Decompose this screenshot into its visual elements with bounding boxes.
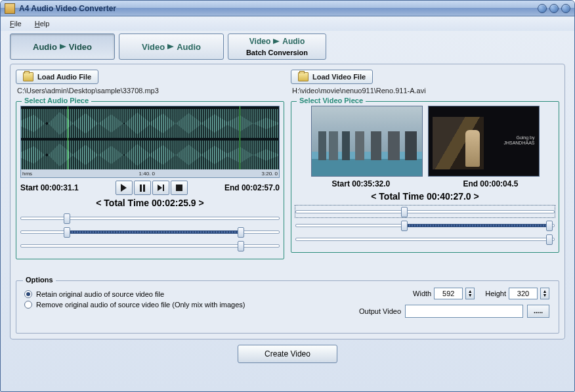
tab-video-to-audio[interactable]: Video Audio — [119, 33, 224, 60]
video-range-slider[interactable] — [295, 219, 555, 231]
audio-start-slider[interactable] — [20, 212, 280, 224]
menubar: FFileile HHelpelp — [1, 16, 574, 31]
transport-controls — [116, 181, 188, 195]
arrow-right-icon — [273, 39, 280, 44]
workarea: Load Audio File C:\Users\admin\Desktop\s… — [10, 64, 565, 339]
video-panel: Load Video File H:\video\movie\nenuo911\… — [291, 70, 559, 274]
window-title: A4 Audio Video Converter — [19, 4, 535, 13]
minimize-button[interactable] — [538, 4, 547, 13]
load-video-button[interactable]: Load Video File — [291, 70, 373, 84]
dimensions: Width ▲▼ Height ▲▼ — [413, 288, 549, 299]
radio-icon[interactable] — [24, 290, 32, 298]
create-video-button[interactable]: Create Video — [238, 345, 337, 363]
menu-file[interactable]: FFileile — [10, 20, 22, 28]
width-label: Width — [413, 290, 431, 297]
video-end: End 00:00:04.5 — [463, 179, 518, 188]
audio-waveform[interactable]: hms 1:40. 0 3:20. 0 — [20, 106, 280, 178]
video-group: Select Video Piece Going by JHSANDHAAS S… — [291, 101, 559, 253]
height-input[interactable] — [509, 288, 538, 299]
browse-button[interactable]: ..... — [527, 305, 549, 318]
video-start-frame[interactable] — [311, 106, 423, 177]
folder-open-icon — [23, 72, 33, 81]
radio-icon[interactable] — [24, 301, 32, 309]
audio-selection[interactable] — [68, 106, 240, 169]
options-legend: Options — [23, 276, 56, 284]
audio-end-slider[interactable] — [20, 240, 280, 251]
video-end-frame[interactable]: Going by JHSANDHAAS — [428, 106, 540, 177]
audio-legend: Select Audio Piece — [22, 97, 91, 104]
width-input[interactable] — [434, 288, 463, 299]
audio-start: Start 00:00:31.1 — [20, 183, 79, 192]
video-legend: Select Video Piece — [297, 97, 366, 104]
tab-batch-conversion[interactable]: Video Audio Batch Conversion — [228, 33, 326, 60]
tab-audio-to-video[interactable]: Audio Video — [10, 33, 115, 60]
audio-ruler: hms 1:40. 0 3:20. 0 — [21, 169, 279, 177]
height-label: Height — [485, 290, 506, 297]
app-icon — [5, 3, 15, 14]
width-spinner[interactable]: ▲▼ — [465, 288, 475, 299]
options-group: Options Retain original audio of source … — [16, 280, 559, 334]
arrow-right-icon — [60, 44, 66, 49]
audio-path: C:\Users\admin\Desktop\sample\33708.mp3 — [17, 87, 283, 95]
audio-group: Select Audio Piece hms 1:40. 0 3:20. 0 S… — [16, 101, 284, 259]
tabbar: Audio Video Video Audio Video Audio Batc… — [10, 33, 565, 60]
video-path: H:\video\movie\nenuo911\Reno.911-A.avi — [292, 87, 558, 95]
arrow-right-icon — [167, 44, 174, 49]
video-start-slider[interactable] — [295, 206, 555, 217]
pause-button[interactable] — [134, 181, 151, 195]
height-spinner[interactable]: ▲▼ — [540, 288, 549, 299]
step-forward-button[interactable] — [152, 181, 169, 195]
load-audio-button[interactable]: Load Audio File — [16, 70, 98, 84]
audio-end: End 00:02:57.0 — [224, 183, 280, 192]
output-path-input[interactable] — [405, 305, 523, 318]
video-end-slider[interactable] — [295, 233, 555, 245]
video-total: < Total Time 00:40:27.0 > — [295, 191, 555, 202]
audio-panel: Load Audio File C:\Users\admin\Desktop\s… — [16, 70, 284, 274]
folder-open-icon — [298, 72, 309, 81]
play-button[interactable] — [116, 181, 133, 195]
output-label: Output Video — [359, 307, 401, 315]
titlebar: A4 Audio Video Converter — [1, 1, 574, 16]
maximize-button[interactable] — [549, 4, 559, 13]
menu-help[interactable]: HHelpelp — [35, 20, 50, 28]
video-start: Start 00:35:32.0 — [332, 179, 391, 188]
audio-total: < Total Time 00:02:25.9 > — [20, 198, 280, 208]
stop-button[interactable] — [171, 181, 188, 195]
app-window: A4 Audio Video Converter FFileile HHelpe… — [0, 0, 575, 392]
audio-range-slider[interactable] — [20, 226, 280, 238]
close-button[interactable] — [561, 4, 570, 13]
